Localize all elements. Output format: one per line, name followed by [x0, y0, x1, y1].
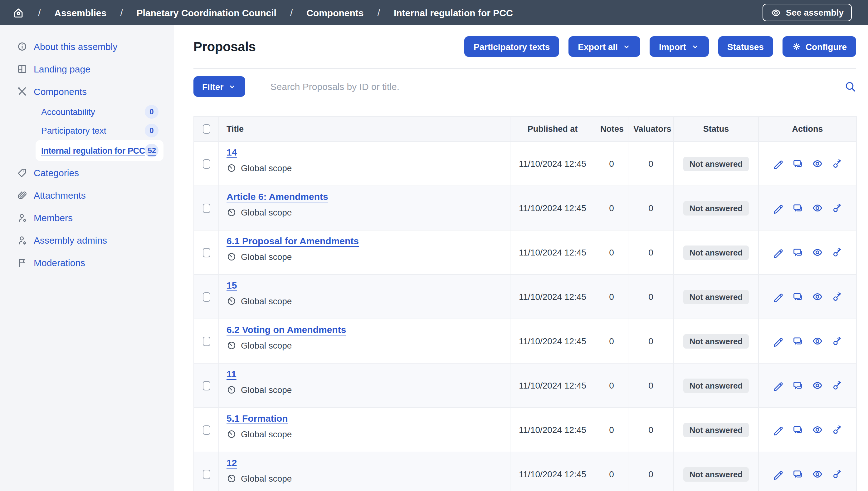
row-checkbox[interactable] — [203, 293, 210, 302]
proposal-title-link[interactable]: 15 — [226, 280, 237, 290]
permissions-button[interactable] — [832, 336, 843, 347]
sidebar-item-categories[interactable]: Categories — [0, 161, 174, 184]
sidebar-item-accountability[interactable]: Accountability 0 — [36, 103, 163, 121]
configure-button[interactable]: Configure — [782, 36, 856, 57]
sidebar-item-about-assembly[interactable]: About this assembly — [0, 35, 174, 57]
chat-icon — [792, 247, 803, 258]
proposal-title-link[interactable]: 5.1 Formation — [226, 413, 288, 424]
answer-proposal-button[interactable] — [792, 202, 803, 214]
statuses-button[interactable]: Statuses — [718, 36, 773, 57]
row-checkbox[interactable] — [203, 248, 210, 258]
tools-icon — [17, 86, 27, 96]
row-actions — [759, 247, 856, 258]
proposal-title-link[interactable]: 6.1 Proposal for Amendments — [226, 235, 359, 246]
key-icon — [832, 424, 843, 435]
permissions-button[interactable] — [832, 158, 843, 169]
proposals-table: Title Published at Notes Valuators Statu… — [193, 116, 857, 491]
preview-proposal-button[interactable] — [811, 336, 823, 347]
scope-line: Global scope — [226, 473, 502, 484]
import-button[interactable]: Import — [650, 36, 709, 57]
proposal-title-link[interactable]: Article 6: Amendments — [226, 191, 328, 202]
participatory-texts-button[interactable]: Participatory texts — [464, 36, 559, 57]
search-input[interactable] — [270, 81, 838, 92]
edit-proposal-button[interactable] — [772, 469, 783, 480]
answer-proposal-button[interactable] — [792, 336, 803, 347]
eye-icon — [811, 336, 823, 347]
edit-proposal-button[interactable] — [772, 291, 783, 302]
row-checkbox[interactable] — [203, 426, 210, 435]
row-checkbox[interactable] — [203, 381, 210, 391]
edit-proposal-button[interactable] — [772, 380, 783, 391]
preview-proposal-button[interactable] — [811, 158, 823, 169]
export-all-button[interactable]: Export all — [568, 36, 640, 57]
permissions-button[interactable] — [832, 202, 843, 214]
proposal-title-link[interactable]: 6.2 Voting on Amendments — [226, 324, 346, 335]
edit-proposal-button[interactable] — [772, 425, 783, 435]
answer-proposal-button[interactable] — [792, 291, 803, 302]
sidebar-subitem-label: Participatory text — [41, 125, 106, 136]
published-at-cell: 11/10/2024 12:45 — [510, 275, 595, 319]
table-row: 14 Global scope 11/10/2024 12:45 0 0 Not… — [194, 142, 857, 186]
proposal-title-link[interactable]: 12 — [226, 457, 237, 468]
edit-proposal-button[interactable] — [772, 158, 783, 169]
answer-proposal-button[interactable] — [792, 380, 803, 391]
eye-icon — [811, 380, 823, 391]
row-checkbox[interactable] — [203, 337, 210, 346]
import-label: Import — [659, 41, 686, 52]
sidebar-item-landing-page[interactable]: Landing page — [0, 57, 174, 80]
sidebar-item-components[interactable]: Components — [0, 80, 174, 103]
sidebar-item-label: Moderations — [34, 257, 85, 268]
sidebar-item-assembly-admins[interactable]: Assembly admins — [0, 229, 174, 251]
breadcrumb-assembly-name[interactable]: Planetary Coordination Council — [136, 7, 276, 18]
chat-icon — [792, 424, 803, 435]
row-checkbox[interactable] — [203, 470, 210, 480]
row-actions — [759, 202, 856, 214]
answer-proposal-button[interactable] — [792, 424, 803, 435]
sidebar-item-moderations[interactable]: Moderations — [0, 251, 174, 273]
breadcrumb-components[interactable]: Components — [306, 7, 364, 18]
select-all-checkbox[interactable] — [203, 125, 210, 134]
preview-proposal-button[interactable] — [811, 247, 823, 258]
scope-line: Global scope — [226, 252, 502, 262]
search-button[interactable] — [844, 81, 856, 92]
answer-proposal-button[interactable] — [792, 468, 803, 480]
preview-proposal-button[interactable] — [811, 291, 823, 302]
row-checkbox[interactable] — [203, 204, 210, 213]
proposal-title-link[interactable]: 11 — [226, 369, 237, 379]
answer-proposal-button[interactable] — [792, 158, 803, 169]
see-assembly-button[interactable]: See assembly — [763, 4, 852, 21]
edit-proposal-button[interactable] — [772, 336, 783, 346]
permissions-button[interactable] — [832, 468, 843, 480]
tag-icon — [17, 167, 27, 178]
row-checkbox[interactable] — [203, 160, 210, 169]
pencil-icon — [772, 425, 783, 435]
edit-proposal-button[interactable] — [772, 247, 783, 258]
sidebar-item-internal-regulation[interactable]: Internal regulation for PCC 52 — [36, 140, 163, 161]
sidebar-item-participatory-text[interactable]: Participatory text 0 — [36, 121, 163, 140]
preview-proposal-button[interactable] — [811, 424, 823, 435]
scope-label: Global scope — [241, 429, 292, 439]
answer-proposal-button[interactable] — [792, 247, 803, 258]
edit-proposal-button[interactable] — [772, 203, 783, 213]
preview-proposal-button[interactable] — [811, 468, 823, 480]
sidebar-item-label: Landing page — [34, 63, 91, 74]
sidebar-item-members[interactable]: Members — [0, 206, 174, 229]
permissions-button[interactable] — [832, 247, 843, 258]
published-at-cell: 11/10/2024 12:45 — [510, 319, 595, 363]
preview-proposal-button[interactable] — [811, 380, 823, 391]
home-breadcrumb-link[interactable] — [12, 6, 24, 19]
user-settings-icon — [17, 235, 27, 245]
table-row: 11 Global scope 11/10/2024 12:45 0 0 Not… — [194, 363, 857, 408]
sidebar-item-attachments[interactable]: Attachments — [0, 184, 174, 206]
scope-line: Global scope — [226, 163, 502, 173]
proposal-title-link[interactable]: 14 — [226, 147, 237, 157]
permissions-button[interactable] — [832, 424, 843, 435]
permissions-button[interactable] — [832, 291, 843, 302]
breadcrumb-current-component[interactable]: Internal regulation for PCC — [394, 7, 513, 18]
count-badge: 0 — [145, 124, 158, 138]
published-at-cell: 11/10/2024 12:45 — [510, 452, 595, 491]
permissions-button[interactable] — [832, 380, 843, 391]
preview-proposal-button[interactable] — [811, 202, 823, 214]
breadcrumb-assemblies[interactable]: Assemblies — [54, 7, 106, 18]
filter-button[interactable]: Filter — [193, 76, 245, 97]
